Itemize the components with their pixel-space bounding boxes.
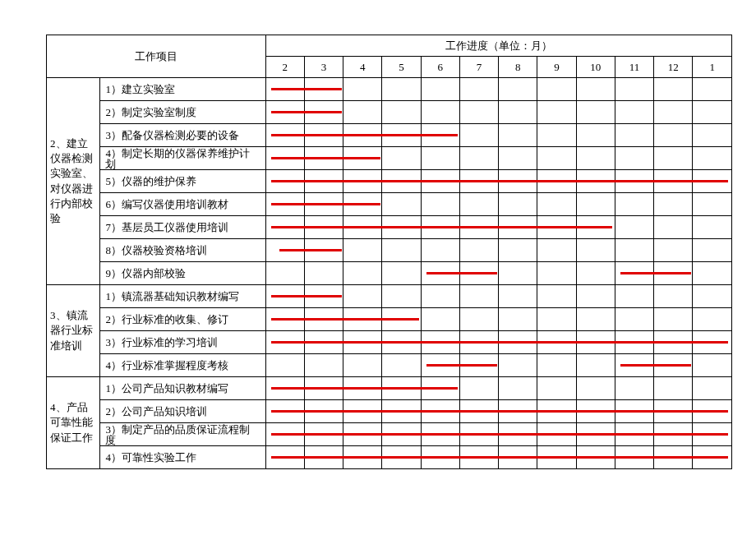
table-row: 9）仪器内部校验 bbox=[47, 262, 732, 285]
month-cell bbox=[343, 101, 382, 124]
month-cell bbox=[382, 193, 421, 216]
month-cell bbox=[459, 377, 498, 400]
month-cell bbox=[654, 193, 693, 216]
month-cell bbox=[304, 193, 343, 216]
header-month: 1 bbox=[693, 57, 732, 78]
section-label: 4、产品可靠性能保证工作 bbox=[47, 377, 100, 469]
month-cell bbox=[421, 308, 459, 331]
month-cell bbox=[382, 262, 421, 285]
month-cell bbox=[693, 354, 732, 377]
month-cell bbox=[265, 354, 304, 377]
month-cell bbox=[654, 331, 693, 354]
month-cell bbox=[421, 101, 459, 124]
month-cell bbox=[382, 400, 421, 423]
month-cell bbox=[654, 262, 693, 285]
month-cell bbox=[421, 124, 459, 147]
month-cell bbox=[459, 170, 498, 193]
month-cell bbox=[499, 216, 537, 239]
month-cell bbox=[459, 400, 498, 423]
month-cell bbox=[693, 147, 732, 170]
header-progress: 工作进度（单位：月） bbox=[265, 35, 731, 57]
month-cell bbox=[537, 170, 576, 193]
header-project: 工作项目 bbox=[47, 35, 266, 78]
task-label: 3）制定产品的品质保证流程制度 bbox=[100, 423, 265, 446]
month-cell bbox=[499, 377, 537, 400]
month-cell bbox=[343, 446, 382, 469]
month-cell bbox=[576, 377, 615, 400]
month-cell bbox=[615, 262, 653, 285]
month-cell bbox=[265, 78, 304, 101]
month-cell bbox=[615, 147, 653, 170]
month-cell bbox=[459, 147, 498, 170]
month-cell bbox=[654, 308, 693, 331]
month-cell bbox=[537, 331, 576, 354]
table-row: 3、镇流器行业标准培训1）镇流器基础知识教材编写 bbox=[47, 285, 732, 308]
month-cell bbox=[265, 124, 304, 147]
header-month: 10 bbox=[576, 57, 615, 78]
month-cell bbox=[576, 400, 615, 423]
header-month: 9 bbox=[537, 57, 576, 78]
month-cell bbox=[265, 216, 304, 239]
month-cell bbox=[343, 262, 382, 285]
month-cell bbox=[654, 170, 693, 193]
task-label: 2）制定实验室制度 bbox=[100, 101, 265, 124]
month-cell bbox=[693, 170, 732, 193]
month-cell bbox=[421, 78, 459, 101]
month-cell bbox=[343, 308, 382, 331]
month-cell bbox=[693, 285, 732, 308]
month-cell bbox=[693, 216, 732, 239]
month-cell bbox=[654, 423, 693, 446]
task-label: 2）行业标准的收集、修订 bbox=[100, 308, 265, 331]
month-cell bbox=[265, 400, 304, 423]
month-cell bbox=[654, 216, 693, 239]
month-cell bbox=[265, 147, 304, 170]
month-cell bbox=[382, 423, 421, 446]
month-cell bbox=[265, 239, 304, 262]
month-cell bbox=[382, 147, 421, 170]
month-cell bbox=[459, 446, 498, 469]
month-cell bbox=[382, 78, 421, 101]
month-cell bbox=[576, 262, 615, 285]
header-month: 12 bbox=[654, 57, 693, 78]
table-body: 2、建立仪器检测实验室、对仪器进行内部校验1）建立实验室2）制定实验室制度3）配… bbox=[47, 78, 732, 469]
month-cell bbox=[421, 239, 459, 262]
month-cell bbox=[421, 285, 459, 308]
header-month: 8 bbox=[499, 57, 537, 78]
task-label: 2）公司产品知识培训 bbox=[100, 400, 265, 423]
table-row: 2）行业标准的收集、修订 bbox=[47, 308, 732, 331]
month-cell bbox=[537, 308, 576, 331]
month-cell bbox=[499, 331, 537, 354]
month-cell bbox=[304, 101, 343, 124]
month-cell bbox=[459, 216, 498, 239]
month-cell bbox=[499, 285, 537, 308]
month-cell bbox=[615, 308, 653, 331]
month-cell bbox=[654, 147, 693, 170]
month-cell bbox=[615, 124, 653, 147]
month-cell bbox=[343, 239, 382, 262]
month-cell bbox=[576, 170, 615, 193]
table-row: 2）公司产品知识培训 bbox=[47, 400, 732, 423]
month-cell bbox=[382, 308, 421, 331]
month-cell bbox=[343, 354, 382, 377]
month-cell bbox=[304, 170, 343, 193]
header-month: 2 bbox=[265, 57, 304, 78]
month-cell bbox=[343, 400, 382, 423]
month-cell bbox=[265, 377, 304, 400]
month-cell bbox=[304, 331, 343, 354]
month-cell bbox=[459, 78, 498, 101]
task-label: 9）仪器内部校验 bbox=[100, 262, 265, 285]
month-cell bbox=[499, 262, 537, 285]
month-cell bbox=[304, 377, 343, 400]
table-row: 5）仪器的维护保养 bbox=[47, 170, 732, 193]
month-cell bbox=[615, 285, 653, 308]
month-cell bbox=[537, 400, 576, 423]
month-cell bbox=[499, 170, 537, 193]
month-cell bbox=[382, 124, 421, 147]
month-cell bbox=[304, 147, 343, 170]
month-cell bbox=[615, 193, 653, 216]
task-label: 4）制定长期的仪器保养维护计划 bbox=[100, 147, 265, 170]
task-label: 3）行业标准的学习培训 bbox=[100, 331, 265, 354]
month-cell bbox=[304, 285, 343, 308]
month-cell bbox=[537, 147, 576, 170]
task-label: 8）仪器校验资格培训 bbox=[100, 239, 265, 262]
